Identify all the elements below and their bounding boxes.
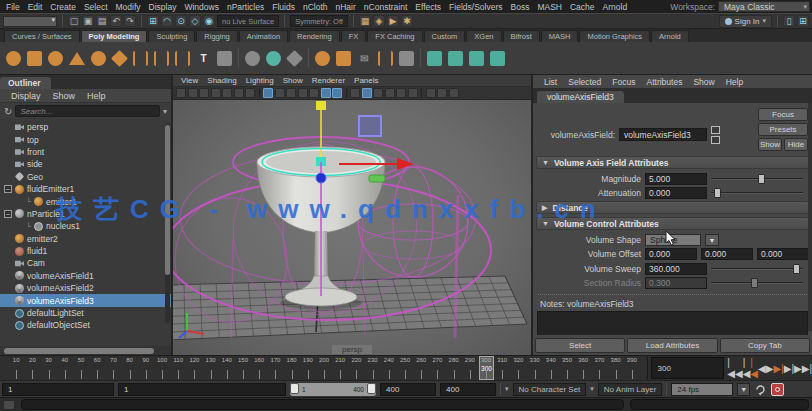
exposure-icon[interactable] [408, 88, 418, 98]
textured-icon[interactable] [286, 88, 296, 98]
snap-point-icon[interactable]: ⊙ [175, 15, 187, 27]
step-back-frame-button[interactable]: |◀ [743, 357, 751, 379]
step-forward-frame-button[interactable]: ▶| [784, 363, 794, 374]
animation-start-field[interactable]: 1 [2, 383, 114, 396]
ipr-render-icon[interactable]: ◈ [373, 15, 385, 27]
resolution-gate-icon[interactable] [449, 88, 459, 98]
shelf-tab-bifrost[interactable]: Bifrost [503, 30, 540, 42]
custom-shelf-1-icon[interactable] [427, 51, 442, 66]
isolate-select-icon[interactable] [373, 88, 383, 98]
camera-attributes-icon[interactable] [199, 88, 209, 98]
play-backwards-button[interactable]: ◀ [758, 363, 766, 374]
render-icon[interactable]: ▦ [359, 15, 371, 27]
step-back-key-button[interactable]: |◀ [750, 357, 758, 379]
select-camera-icon[interactable] [176, 88, 186, 98]
wireframe-icon[interactable] [263, 88, 273, 98]
shelf-tab-poly-modeling[interactable]: Poly Modeling [81, 30, 148, 42]
viewport-canvas[interactable]: persp [173, 100, 531, 355]
symmetry-dropdown[interactable]: Symmetry: Off [290, 15, 348, 27]
menu-boss[interactable]: Boss [507, 2, 534, 12]
outliner-item-defaultLightSet[interactable]: defaultLightSet [0, 307, 171, 319]
presets-button[interactable]: Presets [758, 123, 808, 136]
snap-grid-icon[interactable]: ⊞ [147, 15, 159, 27]
menu-modify[interactable]: Modify [112, 2, 145, 12]
magnitude-slider[interactable] [711, 173, 803, 185]
outliner-menu-show[interactable]: Show [48, 91, 81, 101]
section-distance[interactable]: ▶Distance [536, 201, 809, 214]
render-sequence-icon[interactable]: ▶ [387, 15, 399, 27]
time-slider[interactable]: 300 102030405060708090100110120130140150… [0, 356, 648, 380]
outliner-item-side[interactable]: side [0, 158, 171, 170]
viewport-menu-view[interactable]: View [177, 76, 202, 85]
outliner-menu-help[interactable]: Help [82, 91, 111, 101]
redo-icon[interactable]: ↷ [124, 15, 136, 27]
node-state-checkbox-2[interactable] [711, 136, 720, 144]
menu-fluids[interactable]: Fluids [268, 2, 299, 12]
outliner-item-Geo[interactable]: Geo [0, 171, 171, 183]
snap-plane-icon[interactable]: ◇ [189, 15, 201, 27]
shelf-tab-animation[interactable]: Animation [239, 30, 288, 42]
outliner-item-nucleus1[interactable]: └nucleus1 [0, 220, 171, 232]
ae-menu-list[interactable]: List [539, 77, 562, 87]
copy-tab-button[interactable]: Copy Tab [720, 338, 810, 353]
range-end-handle[interactable] [367, 383, 376, 394]
new-scene-icon[interactable]: ▢ [68, 15, 80, 27]
render-settings-icon[interactable]: ✱ [401, 15, 413, 27]
command-line-input[interactable] [21, 399, 624, 410]
use-all-lights-icon[interactable] [298, 88, 308, 98]
outliner-item-top[interactable]: top [0, 133, 171, 145]
outliner-item-volumeAxisField1[interactable]: volumeAxisField1 [0, 270, 171, 282]
anim-layer-menu-icon[interactable]: ▾ [590, 385, 594, 393]
show-button[interactable]: Show [758, 138, 782, 151]
custom-shelf-4-icon[interactable] [490, 51, 505, 66]
quad-draw-tool-icon[interactable] [378, 51, 393, 66]
menu-arnold[interactable]: Arnold [599, 2, 632, 12]
motion-blur-icon[interactable] [332, 88, 342, 98]
menu-select[interactable]: Select [80, 2, 112, 12]
hide-button[interactable]: Hide [784, 138, 808, 151]
cone-primitive-group-icon[interactable] [175, 51, 190, 66]
poly-plane-icon[interactable] [111, 50, 128, 67]
character-set-dropdown[interactable]: No Character Set [513, 383, 587, 396]
shelf-tab-custom[interactable]: Custom [424, 30, 466, 42]
magnitude-field[interactable]: 5.000 [645, 173, 707, 185]
animation-end-field[interactable]: 400 [440, 383, 496, 396]
shelf-tab-xgen[interactable]: XGen [466, 30, 501, 42]
menu-ncloth[interactable]: nCloth [299, 2, 332, 12]
outliner-tab[interactable]: Outliner [0, 77, 51, 89]
outliner-item-fluid1[interactable]: fluid1 [0, 245, 171, 257]
anim-layer-field[interactable]: No Anim Layer [598, 383, 662, 396]
menu-windows[interactable]: Windows [180, 2, 222, 12]
menu-cache[interactable]: Cache [566, 2, 599, 12]
outliner-item-volumeAxisField2[interactable]: volumeAxisField2 [0, 282, 171, 294]
outliner-item-Cam[interactable]: Cam [0, 257, 171, 269]
boolean-tool-icon[interactable] [245, 51, 260, 66]
shelf-tab-mash[interactable]: MASH [541, 30, 579, 42]
outliner-vertical-scrollbar[interactable] [165, 123, 170, 323]
custom-shelf-2-icon[interactable] [448, 51, 463, 66]
notes-textarea[interactable] [537, 311, 808, 335]
select-button[interactable]: Select [535, 338, 625, 353]
go-to-start-button[interactable]: |◀◀ [727, 357, 742, 379]
four-pane-icon[interactable]: ⊞ [797, 15, 809, 27]
shelf-tab-sculpting[interactable]: Sculpting [148, 30, 195, 42]
expand-toggle-icon[interactable]: – [4, 185, 12, 193]
node-state-checkbox-1[interactable] [711, 126, 720, 134]
shelf-tab-curves-surfaces[interactable]: Curves / Surfaces [4, 30, 80, 42]
shelf-tab-fx[interactable]: FX [341, 30, 367, 42]
snap-curve-icon[interactable]: ◠ [161, 15, 173, 27]
attribute-editor-scrollbar[interactable] [808, 103, 812, 331]
outliner-menu-display[interactable]: Display [6, 91, 46, 101]
viewport-menu-shading[interactable]: Shading [203, 76, 240, 85]
joint-xray-icon[interactable] [396, 88, 406, 98]
poly-torus-icon[interactable] [91, 51, 106, 66]
outliner-horizontal-scrollbar[interactable] [0, 346, 171, 355]
current-frame-field[interactable]: 300 [651, 357, 725, 379]
selection-mask-dropdown[interactable] [3, 16, 57, 27]
outliner-item-front[interactable]: front [0, 146, 171, 158]
outliner-item-fluidEmitter1[interactable]: –fluidEmitter1 [0, 183, 171, 195]
volume-shape-dropdown-arrow[interactable]: ▼ [705, 234, 719, 246]
svg-tool-icon[interactable] [217, 51, 232, 66]
volume-offset-y-field[interactable]: 0.000 [701, 248, 753, 260]
menu-nhair[interactable]: nHair [332, 2, 360, 12]
